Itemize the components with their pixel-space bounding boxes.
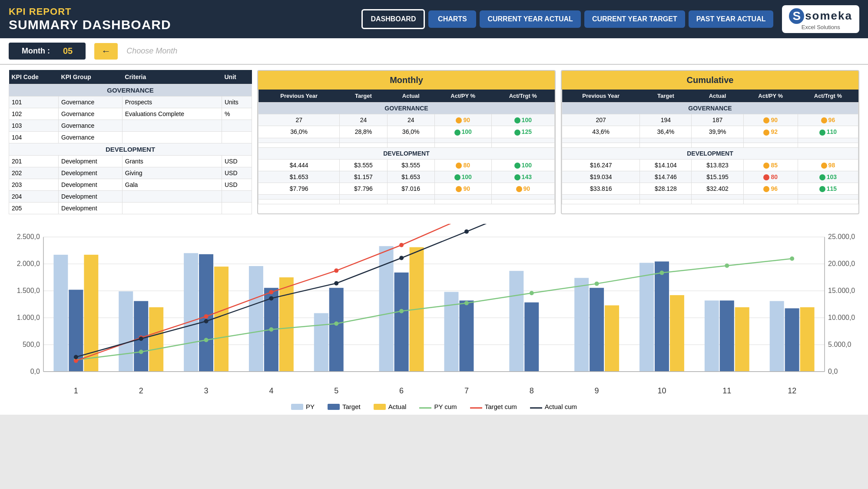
kpi-unit: USD: [222, 156, 252, 167]
act-trgt-val: 110: [798, 126, 858, 138]
legend-target-label: Target: [342, 403, 361, 410]
target-val: [340, 138, 387, 143]
cum-col-actual: Actual: [692, 90, 743, 103]
prev-year-val: $7.796: [258, 183, 340, 195]
actual-val: [387, 138, 434, 143]
actual-val: [692, 200, 743, 204]
x-label: 1: [74, 386, 78, 395]
panel-data-row: $7.796 $7.796 $7.016 90 90: [258, 183, 555, 195]
act-py-val: [434, 143, 491, 147]
bar-target: [655, 262, 669, 372]
section-header: DEVELOPMENT: [9, 143, 252, 156]
table-row: 104 Governance: [9, 132, 252, 143]
status-dot: [514, 117, 520, 123]
kpi-code: 203: [9, 179, 59, 191]
point-py-cum: [334, 322, 338, 326]
bar-py: [314, 313, 328, 371]
kpi-unit: [222, 203, 252, 214]
target-val: 194: [640, 114, 692, 126]
current-year-actual-button[interactable]: CURRENT YEAR ACTUAL: [480, 10, 580, 27]
chart-area: 1234567891011120,0500,01.000,01.500,02.0…: [0, 220, 868, 415]
act-py-val: 96: [743, 183, 798, 195]
table-row: 203 Development Gala USD: [9, 179, 252, 191]
bar-target: [590, 288, 604, 372]
act-trgt-val: [491, 138, 554, 143]
kpi-code: 103: [9, 120, 59, 132]
target-val: $3.555: [340, 159, 387, 171]
charts-button[interactable]: CHARTS: [428, 10, 476, 27]
panel-data-row: $33.816 $28.128 $32.402 96 115: [562, 183, 858, 195]
dashboard-button[interactable]: DASHBOARD: [361, 9, 425, 29]
act-trgt-val: 98: [798, 159, 858, 171]
act-py-val: 80: [743, 171, 798, 183]
status-value: 125: [522, 128, 532, 135]
choose-month-arrow[interactable]: ←: [94, 43, 118, 60]
main-content: KPI Code KPI Group Criteria Unit GOVERNA…: [0, 65, 868, 220]
point-actual-cum: [269, 296, 273, 300]
x-label: 11: [722, 386, 731, 395]
y-right-label: 10.000,0: [828, 314, 855, 321]
kpi-code: 102: [9, 108, 59, 120]
status-value: 100: [522, 162, 532, 169]
status-value: 100: [462, 173, 472, 180]
summary-dashboard-label: SUMMARY DASHBOARD: [9, 17, 361, 32]
month-value: 05: [63, 46, 73, 56]
logo-s-icon: S: [789, 8, 804, 24]
target-val: 36,4%: [640, 126, 692, 138]
point-py-cum: [399, 309, 404, 313]
header-titles: KPI REPORT SUMMARY DASHBOARD: [9, 6, 361, 32]
kpi-code: 104: [9, 132, 59, 143]
actual-val: 39,9%: [692, 126, 743, 138]
actual-val: 24: [387, 114, 434, 126]
status-value: 115: [827, 185, 837, 192]
panel-data-row: 207 194 187 90 96: [562, 114, 858, 126]
target-val: [640, 195, 692, 200]
panel-section-header: DEVELOPMENT: [258, 147, 555, 159]
bar-actual: [735, 307, 749, 372]
prev-year-val: 207: [562, 114, 640, 126]
legend-actual-cum: Actual cum: [530, 403, 577, 410]
bar-py: [639, 263, 654, 372]
kpi-unit: USD: [222, 167, 252, 179]
kpi-group: Governance: [59, 108, 123, 120]
status-dot: [763, 117, 769, 123]
act-trgt-val: [798, 200, 858, 204]
col-header-criteria: Criteria: [122, 70, 222, 84]
point-actual-cum: [334, 281, 338, 286]
actual-val: [387, 195, 434, 200]
prev-year-val: $33.816: [562, 183, 640, 195]
legend-target-cum-line: [470, 407, 482, 409]
kpi-code: 101: [9, 96, 59, 108]
table-row: 103 Governance: [9, 120, 252, 132]
current-year-target-button[interactable]: CURRENT YEAR TARGET: [584, 10, 685, 27]
status-value: 98: [828, 162, 835, 169]
act-trgt-val: 103: [798, 171, 858, 183]
act-py-val: [743, 143, 798, 147]
target-val: [340, 200, 387, 204]
point-py-cum: [204, 338, 209, 342]
act-trgt-val: [491, 195, 554, 200]
monthly-panel-header: Monthly: [258, 71, 555, 90]
point-py-cum: [269, 327, 273, 332]
y-right-label: 20.000,0: [828, 260, 855, 267]
kpi-unit: USD: [222, 179, 252, 191]
legend-actual-cum-label: Actual cum: [545, 403, 577, 410]
month-label-box: Month : 05: [9, 43, 86, 60]
kpi-unit: Units: [222, 96, 252, 108]
panel-data-row: [258, 200, 555, 204]
kpi-table-wrap: KPI Code KPI Group Criteria Unit GOVERNA…: [9, 70, 252, 214]
status-value: 100: [522, 116, 532, 123]
actual-val: $32.402: [692, 183, 743, 195]
panel-data-row: [258, 195, 555, 200]
status-dot: [454, 174, 461, 180]
status-dot: [456, 117, 462, 123]
monthly-col-act-py: Act/PY %: [434, 90, 491, 103]
cum-col-act-trgt: Act/Trgt %: [798, 90, 858, 103]
header: KPI REPORT SUMMARY DASHBOARD DASHBOARD C…: [0, 0, 868, 38]
status-dot: [514, 174, 520, 180]
prev-year-val: $16.247: [562, 159, 640, 171]
legend-py-label: PY: [306, 403, 315, 410]
act-trgt-val: [491, 143, 554, 147]
past-year-actual-button[interactable]: PAST YEAR ACTUAL: [689, 10, 774, 27]
bar-actual: [149, 307, 163, 372]
